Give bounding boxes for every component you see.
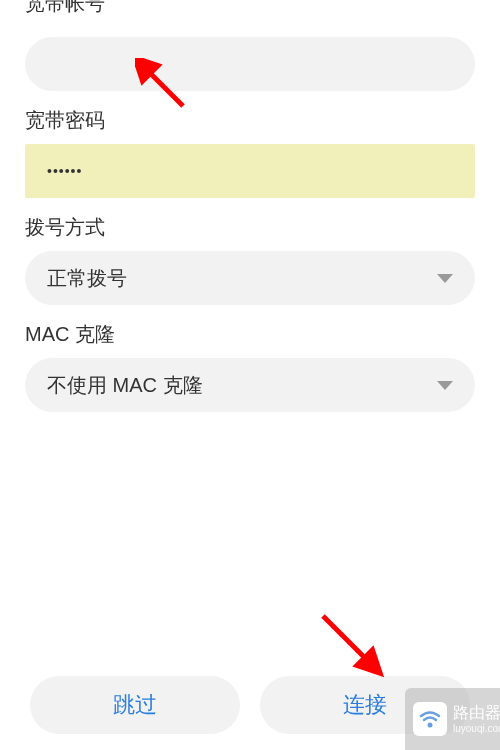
mac-clone-value: 不使用 MAC 克隆 bbox=[47, 372, 203, 399]
watermark-text: 路由器 luyouqi.com bbox=[453, 703, 500, 734]
dial-method-label: 拨号方式 bbox=[0, 214, 500, 241]
watermark-logo-icon bbox=[413, 702, 447, 736]
mac-clone-label: MAC 克隆 bbox=[0, 321, 500, 348]
svg-line-3 bbox=[323, 616, 370, 663]
chevron-down-icon bbox=[437, 274, 453, 283]
watermark-subtitle: luyouqi.com bbox=[453, 723, 500, 735]
skip-button[interactable]: 跳过 bbox=[30, 676, 240, 734]
dial-method-value: 正常拨号 bbox=[47, 265, 127, 292]
password-value: •••••• bbox=[47, 163, 82, 179]
password-input[interactable]: •••••• bbox=[25, 144, 475, 198]
account-text-input[interactable] bbox=[47, 54, 453, 75]
password-label: 宽带密码 bbox=[0, 107, 500, 134]
watermark: 路由器 luyouqi.com bbox=[405, 688, 500, 750]
chevron-down-icon bbox=[437, 381, 453, 390]
annotation-arrow-icon bbox=[315, 608, 385, 678]
dial-method-select[interactable]: 正常拨号 bbox=[25, 251, 475, 305]
account-input[interactable] bbox=[25, 37, 475, 91]
account-label: 宽带帐号 bbox=[0, 0, 500, 17]
svg-point-4 bbox=[428, 723, 433, 728]
watermark-title: 路由器 bbox=[453, 703, 500, 722]
mac-clone-select[interactable]: 不使用 MAC 克隆 bbox=[25, 358, 475, 412]
